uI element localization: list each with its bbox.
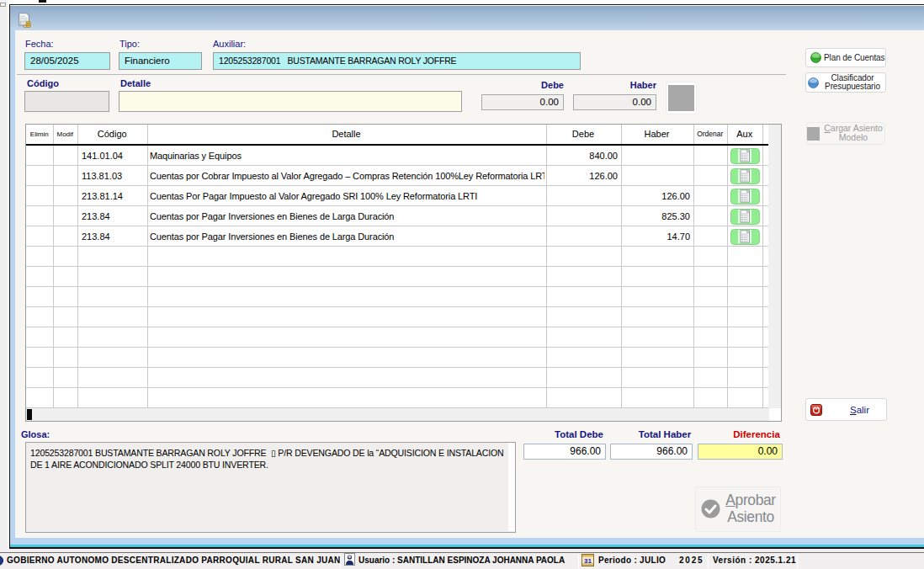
svg-text:31: 31 bbox=[584, 556, 592, 564]
